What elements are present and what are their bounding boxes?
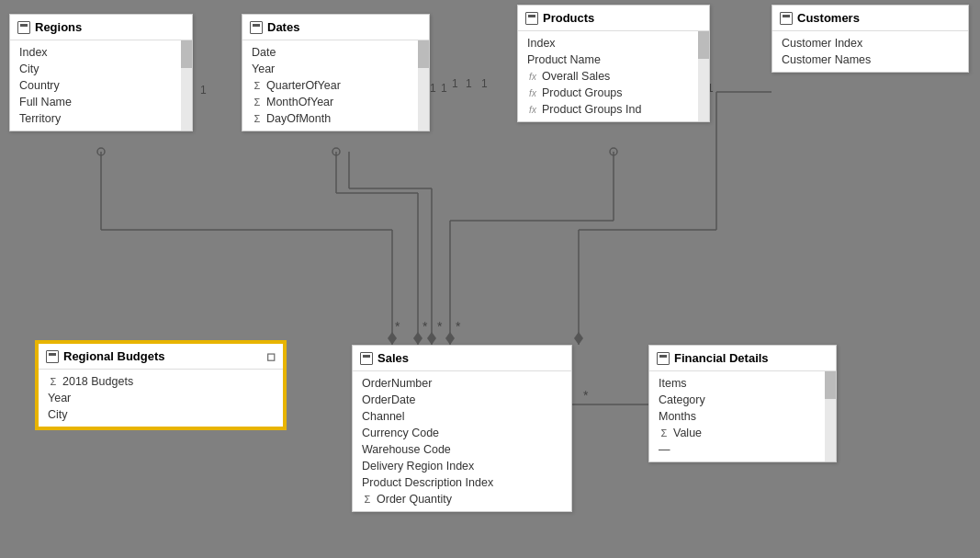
table-icon [17,21,30,34]
field-name: Product Groups Ind [542,103,641,116]
edit-icon[interactable]: ◻ [266,350,276,363]
list-item[interactable]: Product Description Index [353,474,571,491]
svg-text:*: * [422,319,428,334]
scrollbar[interactable] [418,40,429,131]
list-item[interactable]: Items [649,375,836,392]
dates-title: Dates [267,20,299,34]
field-name: Customer Names [782,53,871,66]
field-name: Product Name [527,53,601,66]
field-name: Months [659,410,696,423]
field-name: Overall Sales [542,70,610,83]
field-name: Category [659,393,705,406]
list-item[interactable]: OrderDate [353,392,571,408]
field-name: Product Groups [542,86,623,99]
list-item[interactable]: Territory [10,110,192,127]
products-header[interactable]: Products [518,6,709,31]
field-name: Value [673,427,702,439]
list-item[interactable]: Category [649,392,836,408]
table-icon [250,21,263,34]
list-item[interactable]: OrderNumber [353,375,571,392]
svg-text:1: 1 [481,77,488,90]
fx-icon: fx [527,87,538,98]
field-name: Customer Index [782,37,862,50]
financial-details-title: Financial Details [674,351,769,365]
sales-title: Sales [377,351,409,365]
field-name: Delivery Region Index [362,460,474,473]
list-item[interactable]: Date [242,44,429,61]
list-item[interactable]: Customer Index [772,35,968,51]
list-item[interactable]: Year [242,61,429,77]
sales-body: OrderNumber OrderDate Channel Currency C… [353,371,571,511]
list-item[interactable]: ΣMonthOfYear [242,94,429,110]
field-name: 2018 Budgets [62,375,133,388]
customers-title: Customers [797,11,860,25]
fx-icon: fx [527,104,538,115]
scroll-thumb[interactable] [825,371,836,399]
svg-text:*: * [437,319,443,334]
list-item[interactable]: Σ 2018 Budgets [39,373,283,390]
regions-header[interactable]: Regions [10,15,192,40]
regional-budgets-header[interactable]: Regional Budgets ◻ [39,344,283,370]
list-item[interactable]: Year [39,390,283,406]
field-name: Order Quantity [377,493,452,506]
list-item[interactable]: Channel [353,408,571,425]
sigma-icon: Σ [252,80,263,91]
list-item[interactable]: Currency Code [353,425,571,441]
list-item[interactable]: ΣDayOfMonth [242,110,429,127]
list-item[interactable]: City [39,406,283,423]
sales-header[interactable]: Sales [353,346,571,371]
fx-icon: fx [527,71,538,82]
list-item[interactable]: Delivery Region Index [353,458,571,474]
list-item[interactable]: Index [518,35,709,51]
sigma-icon: Σ [659,427,670,438]
svg-marker-28 [574,332,583,345]
scrollbar[interactable] [825,371,836,461]
sigma-icon: Σ [252,97,263,108]
list-item[interactable]: Months [649,408,836,425]
svg-text:*: * [395,319,400,334]
field-name: Channel [362,410,405,423]
list-item[interactable]: Product Name [518,51,709,68]
scroll-thumb[interactable] [181,40,192,68]
svg-text:1: 1 [430,82,436,95]
regional-budgets-table: Regional Budgets ◻ Σ 2018 Budgets Year C… [37,342,285,428]
regional-budgets-title: Regional Budgets [63,349,165,363]
field-name: Warehouse Code [362,443,451,456]
svg-text:1: 1 [441,82,447,95]
field-name: Index [19,46,48,59]
list-item[interactable]: Country [10,77,192,94]
list-item[interactable]: Index [10,44,192,61]
field-name: — [659,443,670,456]
list-item[interactable]: fx Overall Sales [518,68,709,85]
list-item[interactable]: City [10,61,192,77]
list-item[interactable]: Σ Order Quantity [353,491,571,507]
dates-table: Dates Date Year ΣQuarterOfYear ΣMonthOfY… [242,14,430,131]
svg-text:1: 1 [466,77,472,90]
customers-header[interactable]: Customers [772,6,968,31]
scroll-thumb[interactable] [418,40,429,68]
svg-text:1: 1 [452,77,458,90]
list-item[interactable]: fx Product Groups [518,85,709,101]
list-item[interactable]: Σ Value [649,425,836,441]
list-item[interactable]: Full Name [10,94,192,110]
sigma-icon: Σ [362,494,373,505]
list-item[interactable]: Customer Names [772,51,968,68]
list-item[interactable]: Warehouse Code [353,441,571,458]
list-item[interactable]: ΣQuarterOfYear [242,77,429,94]
scroll-thumb[interactable] [698,31,709,59]
svg-text:*: * [583,388,589,403]
list-item[interactable]: fx Product Groups Ind [518,101,709,118]
svg-point-31 [97,148,105,155]
field-name: Index [527,37,556,50]
svg-point-33 [610,148,617,155]
financial-details-header[interactable]: Financial Details [649,346,836,371]
svg-point-32 [332,148,340,155]
list-item[interactable]: — [649,441,836,458]
field-name: Year [252,63,275,75]
dates-header[interactable]: Dates [242,15,429,40]
regions-table: Regions Index City Country Full Name Ter… [9,14,193,131]
scrollbar[interactable] [698,31,709,121]
scrollbar[interactable] [181,40,192,131]
svg-marker-3 [388,332,397,345]
field-name: City [48,408,68,421]
